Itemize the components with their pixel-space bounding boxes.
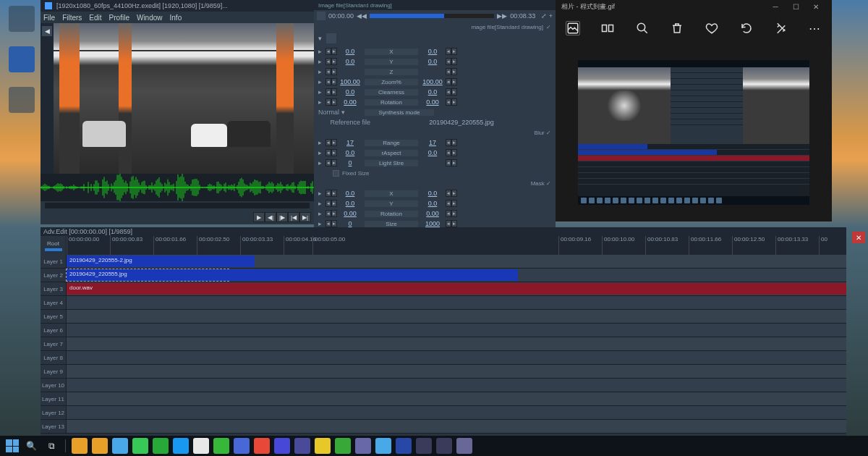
taskbar-app-icon[interactable] xyxy=(315,438,331,454)
taskbar-app-icon[interactable] xyxy=(456,438,472,454)
inc-icon[interactable]: ▸ xyxy=(331,139,337,146)
step-back-button[interactable]: ◀| xyxy=(265,212,276,222)
mode-check-icon[interactable]: ✓ xyxy=(546,24,551,30)
dec-icon[interactable]: ◂ xyxy=(326,159,331,166)
more-icon[interactable]: ⋯ xyxy=(807,21,822,35)
dec-icon[interactable]: ◂ xyxy=(326,68,331,75)
layer-label[interactable]: Layer 1 xyxy=(41,255,67,268)
maximize-icon[interactable]: ☐ xyxy=(786,0,806,13)
taskbar-app-icon[interactable] xyxy=(396,438,412,454)
layer-track[interactable] xyxy=(67,324,846,337)
delete-icon[interactable] xyxy=(670,21,684,35)
layer-track[interactable] xyxy=(67,351,846,364)
editor-titlebar[interactable]: [1920x1080_60fps_44100Hz.exedit] [1920,1… xyxy=(41,0,314,12)
layer-label[interactable]: Layer 7 xyxy=(41,337,67,350)
layer-track[interactable] xyxy=(67,310,846,323)
layer-track[interactable] xyxy=(67,392,846,405)
layer-label[interactable]: Layer 5 xyxy=(41,310,67,323)
layer-label[interactable]: Layer 11 xyxy=(41,392,67,405)
menu-filters[interactable]: Filters xyxy=(62,14,82,22)
clip[interactable]: 20190429_220555.jpg xyxy=(67,269,229,281)
taskbar-app-icon[interactable] xyxy=(112,438,128,454)
collapse-icon[interactable]: ◀ xyxy=(42,26,52,36)
layer-label[interactable]: Layer 8 xyxy=(41,351,67,364)
clip[interactable]: door.wav xyxy=(67,283,846,295)
taskbar-app-icon[interactable] xyxy=(153,438,169,454)
taskbar-app-icon[interactable] xyxy=(274,438,290,454)
layer-track[interactable] xyxy=(67,337,846,350)
minimize-icon[interactable]: ─ xyxy=(765,0,786,13)
collapse-tri-icon[interactable]: ▾ xyxy=(318,35,322,42)
dec-icon[interactable]: ◂ xyxy=(326,78,331,85)
menu-profile[interactable]: Profile xyxy=(109,14,129,22)
dec-icon[interactable]: ◂ xyxy=(326,210,331,217)
inc-icon[interactable]: ▸ xyxy=(331,48,337,55)
layer-label[interactable]: Layer 9 xyxy=(41,365,67,378)
layer-track[interactable]: 20190429_220555-2.jpg xyxy=(67,255,846,268)
taskbar-app-icon[interactable] xyxy=(132,438,148,454)
goto-end-button[interactable]: ▶| xyxy=(299,212,311,222)
taskbar-app-icon[interactable] xyxy=(436,438,452,454)
layer-track[interactable] xyxy=(67,365,846,378)
fixed-size-opt[interactable]: Fixed Size xyxy=(318,168,551,178)
step-fwd-button[interactable]: |▶ xyxy=(276,212,288,222)
taskbar-app-icon[interactable] xyxy=(234,438,250,454)
taskbar-app-icon[interactable] xyxy=(213,438,229,454)
expand-icon[interactable]: ⤢ + xyxy=(541,12,553,20)
inc-icon[interactable]: ▸ xyxy=(331,190,337,197)
dec-icon[interactable]: ◂ xyxy=(326,190,331,197)
tool-icon[interactable] xyxy=(326,33,336,43)
layer-label[interactable]: Layer 13 xyxy=(41,420,67,433)
taskbar-app-icon[interactable] xyxy=(294,438,310,454)
menu-info[interactable]: Info xyxy=(170,14,182,22)
task-view-icon[interactable]: ⧉ xyxy=(43,438,59,454)
taskbar-app-icon[interactable] xyxy=(173,438,189,454)
props-play-icon[interactable] xyxy=(317,12,326,20)
timeline-root[interactable]: Root xyxy=(41,236,67,255)
desktop-icon[interactable] xyxy=(9,87,35,113)
menu-file[interactable]: File xyxy=(43,14,55,22)
taskbar-app-icon[interactable] xyxy=(92,438,108,454)
ffwd-icon[interactable]: ▶▶ xyxy=(497,12,507,20)
inc-icon[interactable]: ▸ xyxy=(331,149,337,156)
dec-icon[interactable]: ◂ xyxy=(326,149,331,156)
photo-titlebar[interactable]: 相片 - 程式到畫.gif ─ ☐ ✕ xyxy=(556,0,832,13)
goto-start-button[interactable]: |◀ xyxy=(288,212,299,222)
close-icon[interactable]: ✕ xyxy=(806,0,826,13)
play-button[interactable]: ▶ xyxy=(253,212,265,222)
inc-icon[interactable]: ▸ xyxy=(331,220,337,227)
dec-icon[interactable]: ◂ xyxy=(326,58,331,65)
taskbar-app-icon[interactable] xyxy=(72,438,88,454)
inc-icon[interactable]: ▸ xyxy=(331,200,337,207)
layer-track[interactable] xyxy=(67,379,846,392)
clip[interactable]: 20190429_220555-2.jpg xyxy=(67,256,255,267)
timeline-ruler[interactable]: 00:00:00.0000:00:00.8300:00:01.6600:00:0… xyxy=(67,236,846,255)
favorite-icon[interactable] xyxy=(705,21,719,35)
layer-track[interactable]: 20190429_220555.jpg xyxy=(67,269,846,282)
scrub-bar[interactable] xyxy=(370,14,494,18)
rewind-icon[interactable]: ◀◀ xyxy=(357,12,367,20)
layer-label[interactable]: Layer 12 xyxy=(41,406,67,419)
inc-icon[interactable]: ▸ xyxy=(331,58,337,65)
compare-icon[interactable] xyxy=(600,21,615,35)
inc-icon[interactable]: ▸ xyxy=(331,88,337,96)
clip[interactable] xyxy=(229,269,518,281)
taskbar-app-icon[interactable] xyxy=(254,438,270,454)
video-preview[interactable] xyxy=(54,23,314,174)
layer-track[interactable] xyxy=(67,296,846,309)
dec-icon[interactable]: ◂ xyxy=(326,98,331,106)
photo-content[interactable] xyxy=(556,43,832,221)
inc-icon[interactable]: ▸ xyxy=(331,78,337,85)
dec-icon[interactable]: ◂ xyxy=(326,200,331,207)
layer-track[interactable]: door.wav xyxy=(67,282,846,295)
layer-label[interactable]: Layer 10 xyxy=(41,379,67,392)
desktop-icon[interactable] xyxy=(9,46,35,72)
taskbar-app-icon[interactable] xyxy=(375,438,391,454)
rotate-icon[interactable] xyxy=(739,21,754,35)
menu-window[interactable]: Window xyxy=(137,14,163,22)
inc-icon[interactable]: ▸ xyxy=(331,68,337,75)
dec-icon[interactable]: ◂ xyxy=(326,88,331,96)
image-mode-icon[interactable] xyxy=(566,21,580,35)
crop-icon[interactable] xyxy=(774,21,788,35)
search-icon[interactable]: 🔍 xyxy=(23,438,39,454)
